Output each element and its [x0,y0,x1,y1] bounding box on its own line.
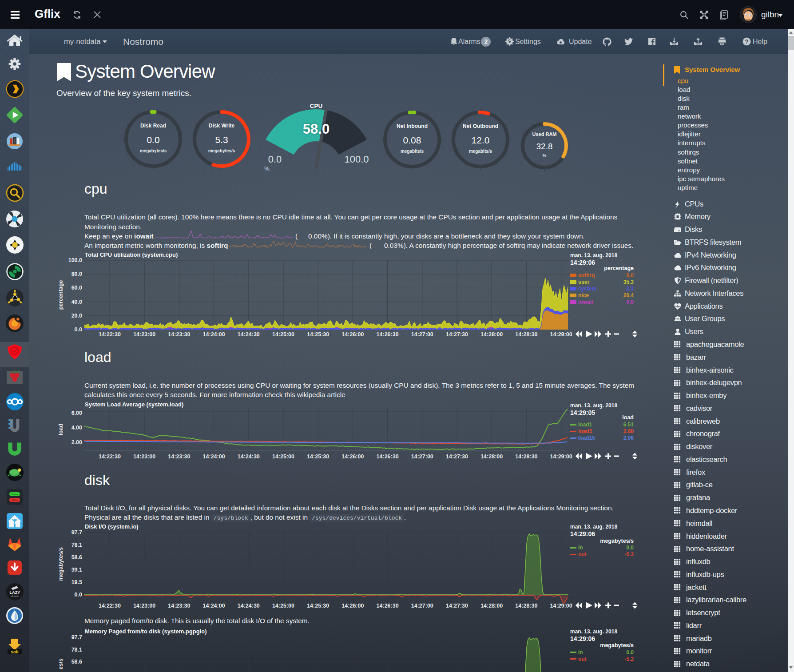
svg-text:Offline: Offline [12,499,18,501]
svg-text:?: ? [745,38,749,45]
svg-text:sab: sab [11,649,18,654]
svg-text:LAZY: LAZY [9,590,20,594]
svg-text:Librarian: Librarian [11,595,19,597]
svg-text:Online: Online [12,493,18,496]
